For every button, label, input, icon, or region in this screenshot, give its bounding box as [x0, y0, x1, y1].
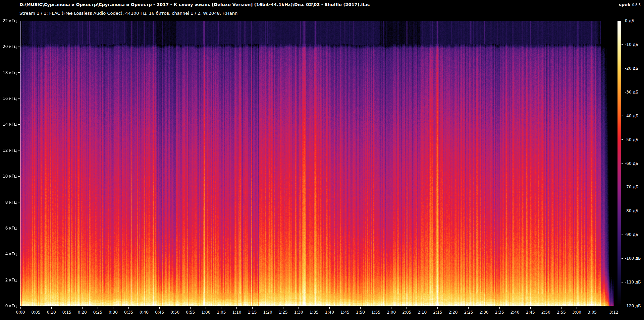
freq-label: 22 кГц: [0, 18, 17, 23]
time-tick: [268, 307, 268, 309]
time-tick: [407, 307, 407, 309]
db-tick: [622, 306, 623, 306]
freq-tick: [18, 72, 20, 73]
time-tick: [345, 307, 345, 309]
freq-label: 6 кГц: [0, 226, 17, 231]
time-tick: [82, 307, 83, 309]
time-label: 2:10: [415, 310, 430, 315]
time-tick: [453, 307, 453, 309]
time-tick: [561, 307, 561, 309]
time-tick: [159, 307, 160, 309]
time-label: 0:00: [13, 310, 28, 315]
freq-label: 4 кГц: [0, 252, 17, 256]
time-label: 2:35: [492, 310, 507, 315]
time-label: 2:25: [461, 310, 476, 315]
time-tick: [422, 307, 422, 309]
time-tick: [614, 307, 614, 309]
db-label: -60 дБ: [625, 161, 638, 166]
db-label: -110 дБ: [625, 280, 641, 284]
db-label: -100 дБ: [625, 256, 641, 261]
time-label: 1:15: [245, 310, 260, 315]
plot-right-border: [614, 21, 614, 306]
freq-axis-line: [20, 21, 20, 306]
freq-label: 10 кГц: [0, 174, 17, 179]
freq-label: 12 кГц: [0, 148, 17, 153]
time-label: 1:55: [369, 310, 383, 315]
time-label: 1:10: [229, 310, 244, 315]
time-label: 0:20: [75, 310, 90, 315]
db-tick: [622, 187, 623, 187]
time-tick: [299, 307, 299, 309]
time-tick: [236, 307, 237, 309]
time-tick: [515, 307, 515, 309]
time-label: 1:30: [291, 310, 306, 315]
db-label: -80 дБ: [625, 208, 638, 213]
db-tick: [622, 211, 623, 211]
db-tick: [622, 92, 623, 92]
app-name: spek: [619, 2, 631, 7]
freq-label: 8 кГц: [0, 200, 17, 205]
time-label: 3:00: [569, 310, 584, 315]
time-tick: [190, 307, 191, 309]
time-label: 2:05: [399, 310, 414, 315]
freq-tick: [18, 99, 20, 99]
freq-tick: [18, 306, 20, 306]
time-tick: [67, 307, 67, 309]
freq-tick: [18, 150, 20, 150]
time-label: 0:45: [152, 310, 167, 315]
freq-tick: [18, 202, 20, 202]
app-brand: spek 0.8.5: [619, 2, 641, 7]
time-tick: [175, 307, 175, 309]
time-label: 1:05: [214, 310, 229, 315]
db-label: -50 дБ: [625, 137, 638, 142]
db-label: 0 дБ: [625, 18, 634, 23]
time-label: 2:20: [446, 310, 461, 315]
db-label: -90 дБ: [625, 232, 638, 237]
time-label: 0:55: [183, 310, 198, 315]
freq-label: 18 кГц: [0, 70, 17, 75]
time-tick: [391, 307, 391, 309]
file-path-title: D:\MUSIC\Сурганова и Оркестр\Сруганова и…: [19, 2, 370, 7]
time-tick: [128, 307, 129, 309]
time-tick: [252, 307, 253, 309]
db-label: -120 дБ: [625, 304, 641, 308]
freq-tick: [18, 254, 20, 254]
time-tick: [36, 307, 36, 309]
db-label: -20 дБ: [625, 66, 638, 71]
time-label: 2:00: [384, 310, 399, 315]
time-label: 0:50: [168, 310, 182, 315]
time-tick: [360, 307, 361, 309]
time-tick: [283, 307, 283, 309]
time-label: 2:50: [538, 310, 553, 315]
time-tick: [144, 307, 144, 309]
db-tick: [622, 282, 623, 282]
freq-tick: [18, 228, 20, 228]
time-tick: [113, 307, 113, 309]
time-tick: [20, 307, 21, 309]
time-tick: [376, 307, 376, 309]
time-tick: [592, 307, 592, 309]
time-label: 0:30: [106, 310, 120, 315]
db-tick: [622, 163, 623, 164]
freq-tick: [18, 21, 20, 21]
time-label: 0:10: [44, 310, 59, 315]
time-tick: [484, 307, 484, 309]
freq-label: 2 кГц: [0, 278, 17, 282]
freq-tick: [18, 124, 20, 125]
freq-label: 0 кГц: [0, 304, 17, 308]
spek-window: D:\MUSIC\Сурганова и Оркестр\Сруганова и…: [0, 0, 644, 320]
app-version: 0.8.5: [632, 3, 641, 7]
time-tick: [98, 307, 98, 309]
time-label: 1:20: [260, 310, 275, 315]
freq-tick: [18, 176, 20, 177]
db-tick: [622, 258, 623, 259]
db-tick: [622, 235, 623, 235]
db-label: -30 дБ: [625, 90, 638, 94]
freq-tick: [18, 47, 20, 47]
time-tick: [51, 307, 52, 309]
spectrogram-canvas[interactable]: [20, 21, 614, 306]
time-label: 1:25: [276, 310, 290, 315]
time-label: 3:12: [606, 310, 621, 315]
time-tick: [437, 307, 438, 309]
stream-info: Stream 1 / 1: FLAC (Free Lossless Audio …: [19, 11, 237, 16]
